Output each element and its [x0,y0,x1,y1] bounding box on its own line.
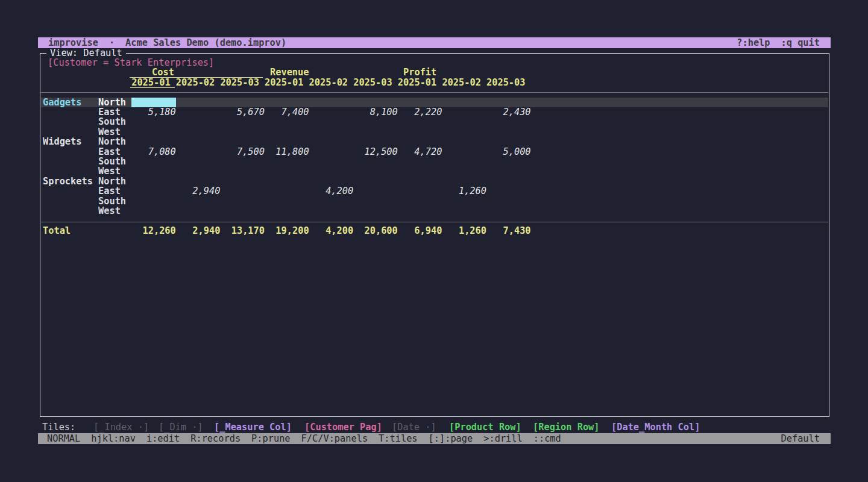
region-label[interactable]: North [98,177,126,186]
region-label[interactable]: South [98,157,126,166]
status-key-hint: i:edit [146,433,180,444]
total-label: Total [43,226,71,236]
tile-measurecol[interactable]: [_Measure Col] [214,422,292,433]
data-cell[interactable]: 7,500 [220,147,265,157]
region-label[interactable]: South [98,117,126,127]
total-value: 19,200 [265,226,309,236]
tile-date[interactable]: [Date ·] [392,422,436,433]
data-cell[interactable]: 4,200 [309,186,354,196]
column-header-month[interactable]: 2025-01 [265,78,303,87]
status-key-hint: F/C/V:panels [301,433,368,444]
status-key-hint: hjkl:nav [91,433,136,444]
region-label[interactable]: West [98,166,121,176]
status-key-hint: T:tiles [379,433,417,444]
titlebar-right: ?:help:q quit [726,37,820,48]
status-key-hint: R:records [190,433,241,444]
status-key-hint: >:drill [483,433,522,444]
mode-indicator: NORMAL [47,433,80,444]
column-header-month[interactable]: 2025-03 [220,78,259,87]
tile-datemonthcol[interactable]: [Date_Month Col] [611,422,700,433]
status-view-name: Default [781,433,820,444]
terminal-screen: improvise·Acme Sales Demo (demo.improv) … [0,0,868,482]
data-cell[interactable]: 2,430 [486,107,531,117]
region-label[interactable]: East [98,107,121,117]
product-label[interactable]: Widgets [43,137,81,146]
data-cell[interactable]: 4,720 [398,147,442,157]
tiles-label: Tiles: [42,422,75,433]
titlebar-separator-dot: · [109,37,115,48]
measure-header-cost[interactable]: Cost [130,67,263,78]
data-cell[interactable]: 5,180 [131,107,176,117]
quit-key-hint: :q quit [781,37,820,48]
region-label[interactable]: West [98,206,121,216]
region-label[interactable]: East [98,147,121,157]
column-header-month[interactable]: 2025-03 [353,78,392,87]
total-value: 6,940 [398,226,442,236]
tile-productrow[interactable]: [Product Row] [449,422,521,433]
tile-customerpag[interactable]: [Customer Pag] [304,422,382,433]
header-separator [41,92,828,93]
column-header-month[interactable]: 2025-01 [130,78,175,88]
total-value: 1,260 [442,226,486,236]
tile-dim[interactable]: [_Dim ·] [159,422,203,433]
data-cell[interactable]: 8,100 [353,107,398,117]
data-cell[interactable]: 2,940 [176,186,221,196]
status-bar: NORMAL hjkl:navi:editR:recordsP:pruneF/C… [38,433,831,444]
data-cell[interactable]: 5,000 [486,147,531,157]
column-header-month[interactable]: 2025-03 [486,78,525,87]
status-key-hint: [:]:page [429,433,473,444]
total-value: 12,260 [131,226,176,236]
data-cell[interactable]: 7,080 [131,147,176,157]
measure-header-revenue[interactable]: Revenue [270,67,309,77]
region-label[interactable]: North [98,137,126,146]
titlebar: improvise·Acme Sales Demo (demo.improv) … [38,37,831,48]
status-key-hint: ::cmd [533,433,561,444]
product-label[interactable]: Gadgets [43,98,81,107]
data-cell[interactable]: 12,500 [353,147,398,157]
column-header-month[interactable]: 2025-01 [398,78,436,87]
total-separator [41,222,828,222]
app-name: improvise [48,37,98,48]
data-cell[interactable]: 11,800 [265,147,309,157]
data-cell[interactable]: 2,220 [398,107,442,117]
column-header-month[interactable]: 2025-02 [442,78,480,87]
total-value: 2,940 [176,226,221,236]
region-label[interactable]: East [98,186,121,196]
tiles-bar: Tiles: [_Index ·][_Dim ·][_Measure Col][… [0,422,868,433]
tile-regionrow[interactable]: [Region Row] [533,422,600,433]
view-panel: View: Default [Customer = Stark Enterpri… [40,53,829,417]
total-value: 20,600 [353,226,398,236]
measure-header-profit[interactable]: Profit [403,67,436,77]
status-key-hint: P:prune [251,433,290,444]
column-header-month[interactable]: 2025-02 [176,78,215,87]
region-label[interactable]: South [98,196,126,206]
product-label[interactable]: Sprockets [43,177,93,186]
document-title: Acme Sales Demo (demo.improv) [125,37,286,48]
selected-cell[interactable] [131,98,176,107]
region-label[interactable]: North [98,98,126,107]
data-cell[interactable]: 7,400 [265,107,309,117]
total-value: 13,170 [220,226,265,236]
region-label[interactable]: West [98,127,121,137]
titlebar-left: improvise·Acme Sales Demo (demo.improv) [48,37,286,48]
total-value: 4,200 [309,226,354,236]
column-header-month[interactable]: 2025-02 [309,78,348,87]
help-key-hint: ?:help [737,37,770,48]
tile-index[interactable]: [_Index ·] [93,422,149,433]
total-value: 7,430 [486,226,531,236]
data-cell[interactable]: 5,670 [220,107,265,117]
data-cell[interactable]: 1,260 [442,186,486,196]
pivot-table: Cost Revenue Profit 2025-012025-022025-0… [40,54,829,416]
